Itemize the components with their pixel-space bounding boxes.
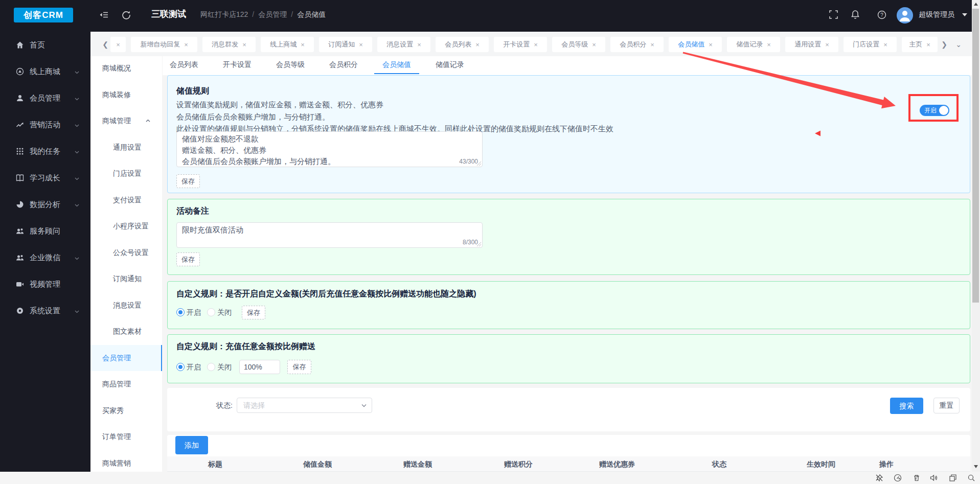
custom1-radio-off[interactable] <box>207 308 215 316</box>
tag-chip[interactable]: 主页× <box>902 37 938 52</box>
pin-off-icon[interactable] <box>875 474 883 482</box>
tag-close-icon[interactable]: × <box>184 41 188 49</box>
breadcrumb-store[interactable]: 网红打卡店122 <box>200 10 248 18</box>
tag-chip[interactable]: 订阅通知× <box>319 37 372 52</box>
rules-save-button[interactable]: 保存 <box>176 174 200 188</box>
magnifier-icon[interactable] <box>967 474 975 482</box>
window-copy-icon[interactable] <box>949 474 957 482</box>
sidebar-item-analytics[interactable]: 数据分析 <box>0 191 90 218</box>
tag-chip[interactable]: 会员列表× <box>436 37 489 52</box>
tag-close-icon[interactable]: × <box>825 41 829 49</box>
workspace-title[interactable]: 三联测试 <box>151 0 186 29</box>
collapse-sidebar-icon[interactable] <box>99 10 108 19</box>
add-button[interactable]: 添加 <box>175 436 208 454</box>
refresh-icon[interactable] <box>122 10 131 19</box>
submenu-item[interactable]: 订单管理 <box>90 424 162 450</box>
submenu-item[interactable]: 通用设置 <box>90 134 162 160</box>
user-menu-caret-icon[interactable] <box>962 13 967 16</box>
speaker-icon[interactable] <box>929 474 938 482</box>
tag-chip[interactable]: 开卡设置× <box>494 37 547 52</box>
tag-close-icon[interactable]: × <box>883 41 887 49</box>
custom1-radio-on[interactable] <box>176 308 185 316</box>
tags-menu-icon[interactable]: ⌄ <box>953 37 964 52</box>
submenu-item[interactable]: 公众号设置 <box>90 240 162 266</box>
sidebar-item-tasks[interactable]: 我的任务 <box>0 138 90 165</box>
page-scrollbar[interactable] <box>972 0 980 472</box>
ratio-input[interactable]: 100% <box>239 360 280 374</box>
submenu-item[interactable]: 买家秀 <box>90 398 162 424</box>
tag-chip-cut[interactable]: × <box>110 37 126 52</box>
submenu-item[interactable]: 图文素材 <box>90 318 162 344</box>
trash-icon[interactable] <box>913 474 921 482</box>
remark-textarea[interactable]: 限时充值双倍活动 8/300 <box>176 222 483 248</box>
submenu-item[interactable]: 商品管理 <box>90 371 162 397</box>
tag-close-icon[interactable]: × <box>301 41 305 49</box>
custom2-save-button[interactable]: 保存 <box>287 360 311 374</box>
edit-circle-icon[interactable] <box>894 474 902 482</box>
scrollbar-thumb[interactable] <box>972 9 979 303</box>
tags-scroll-left-icon[interactable]: ❮ <box>102 37 109 52</box>
custom2-radio-off[interactable] <box>207 363 215 371</box>
notification-bell-icon[interactable] <box>851 10 860 19</box>
tag-chip[interactable]: 会员储值× <box>669 37 722 52</box>
content-tab[interactable]: 开卡设置 <box>215 56 260 74</box>
tag-chip[interactable]: 会员积分× <box>610 37 664 52</box>
tag-close-icon[interactable]: × <box>417 41 421 49</box>
tag-close-icon[interactable]: × <box>359 41 363 49</box>
tag-close-icon[interactable]: × <box>709 41 713 49</box>
content-tab[interactable]: 会员积分 <box>321 56 366 74</box>
tag-close-icon[interactable]: × <box>767 41 771 49</box>
reset-button[interactable]: 重置 <box>933 398 960 413</box>
scroll-up-icon[interactable] <box>974 3 978 6</box>
content-tab[interactable]: 储值记录 <box>427 56 472 74</box>
sidebar-item-learning[interactable]: 学习成长 <box>0 165 90 191</box>
submenu-item[interactable]: 商城装修 <box>90 82 162 108</box>
custom1-save-button[interactable]: 保存 <box>242 306 265 319</box>
tag-chip[interactable]: 消息群发× <box>202 37 256 52</box>
content-tab[interactable]: 会员列表 <box>162 56 207 74</box>
content-tab[interactable]: 会员储值 <box>374 56 419 74</box>
breadcrumb-member[interactable]: 会员管理 <box>258 10 287 18</box>
tag-chip[interactable]: 储值记录× <box>727 37 780 52</box>
tag-chip[interactable]: 消息设置× <box>377 37 430 52</box>
rules-textarea[interactable]: 储值对应金额恕不退款 赠送金额、积分、优惠券 会员储值后会员余额账户增加，与分销… <box>176 131 483 167</box>
submenu-item[interactable]: 消息设置 <box>90 292 162 318</box>
help-icon[interactable]: ? <box>877 10 886 19</box>
sidebar-item-mall[interactable]: 线上商城 <box>0 58 90 85</box>
app-logo[interactable]: 创客CRM <box>14 8 73 22</box>
status-select[interactable]: 请选择 <box>237 398 372 413</box>
submenu-item[interactable]: 小程序设置 <box>90 213 162 239</box>
tag-chip[interactable]: 会员等级× <box>552 37 605 52</box>
tag-chip[interactable]: 通用设置× <box>785 37 838 52</box>
submenu-item[interactable]: 商城管理 <box>90 108 162 134</box>
sidebar-item-marketing[interactable]: 营销活动 <box>0 111 90 138</box>
sidebar-item-member[interactable]: 会员管理 <box>0 85 90 111</box>
user-name[interactable]: 超级管理员 <box>919 0 954 29</box>
tag-close-icon[interactable]: × <box>116 41 120 49</box>
textarea-resize-handle[interactable] <box>476 242 482 247</box>
tag-close-icon[interactable]: × <box>926 41 930 49</box>
tag-close-icon[interactable]: × <box>534 41 538 49</box>
tag-chip[interactable]: 门店设置× <box>844 37 897 52</box>
tag-chip[interactable]: 线上商城× <box>261 37 314 52</box>
sidebar-item-wecom[interactable]: 企业微信 <box>0 244 90 271</box>
tags-scroll-right-icon[interactable]: ❯ <box>941 37 948 52</box>
custom2-radio-on[interactable] <box>176 363 185 371</box>
sidebar-item-video[interactable]: 视频管理 <box>0 271 90 297</box>
sidebar-item-settings[interactable]: 系统设置 <box>0 297 90 324</box>
remark-save-button[interactable]: 保存 <box>176 252 200 266</box>
submenu-item[interactable]: 门店设置 <box>90 160 162 187</box>
search-button[interactable]: 搜索 <box>890 398 923 414</box>
fullscreen-icon[interactable] <box>829 10 838 19</box>
tag-close-icon[interactable]: × <box>242 41 246 49</box>
textarea-resize-handle[interactable] <box>476 161 482 166</box>
submenu-item[interactable]: 支付设置 <box>90 187 162 213</box>
tag-close-icon[interactable]: × <box>650 41 654 49</box>
tag-chip[interactable]: 新增自动回复× <box>131 37 197 52</box>
sidebar-item-advisor[interactable]: 服务顾问 <box>0 218 90 244</box>
user-avatar[interactable] <box>897 7 913 24</box>
submenu-item[interactable]: 商城概况 <box>90 55 162 81</box>
tag-close-icon[interactable]: × <box>592 41 596 49</box>
scroll-down-icon[interactable] <box>974 465 978 468</box>
submenu-item[interactable]: 会员管理 <box>90 345 162 371</box>
